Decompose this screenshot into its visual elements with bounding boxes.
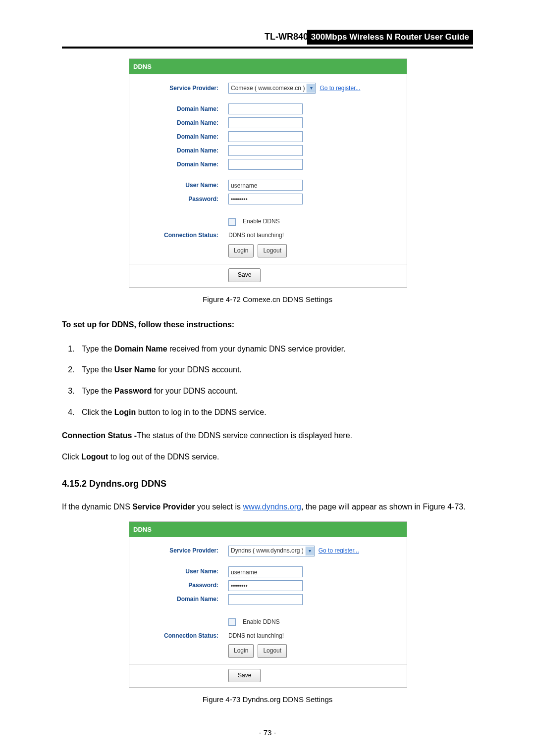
label-domain-4: Domain Name: bbox=[129, 146, 228, 156]
label-username: User Name: bbox=[129, 180, 228, 191]
status-text: DDNS not launching! bbox=[228, 631, 284, 642]
step-2: Type the User Name for your DDNS account… bbox=[77, 363, 473, 377]
domain-input-3[interactable] bbox=[228, 131, 303, 142]
step-3: Type the Password for your DDNS account. bbox=[77, 384, 473, 399]
logout-button[interactable]: Logout bbox=[258, 644, 287, 658]
section-intro: If the dynamic DNS Service Provider you … bbox=[62, 500, 473, 514]
section-heading: 4.15.2 Dyndns.org DDNS bbox=[62, 476, 473, 492]
save-button[interactable]: Save bbox=[228, 669, 261, 683]
label-password: Password: bbox=[129, 580, 228, 591]
username-input[interactable]: username bbox=[228, 566, 303, 577]
instructions-heading: To set up for DDNS, follow these instruc… bbox=[62, 318, 473, 332]
panel-title: DDNS bbox=[129, 522, 407, 537]
username-input[interactable]: username bbox=[228, 180, 303, 191]
login-button[interactable]: Login bbox=[228, 644, 254, 658]
status-text: DDNS not launching! bbox=[228, 230, 284, 241]
label-connection-status: Connection Status: bbox=[129, 631, 228, 642]
enable-ddns-checkbox[interactable] bbox=[228, 618, 236, 626]
dyndns-link[interactable]: www.dyndns.org bbox=[243, 503, 301, 511]
domain-input-4[interactable] bbox=[228, 145, 303, 156]
figure-473: DDNS Service Provider: Dyndns ( www.dynd… bbox=[129, 521, 406, 688]
enable-ddns-label: Enable DDNS bbox=[243, 216, 280, 227]
domain-input-2[interactable] bbox=[228, 117, 303, 128]
instructions-list: Type the Domain Name received from your … bbox=[62, 342, 473, 420]
register-link[interactable]: Go to register... bbox=[320, 83, 360, 94]
label-username: User Name: bbox=[129, 566, 228, 577]
logout-button[interactable]: Logout bbox=[258, 244, 287, 258]
register-link[interactable]: Go to register... bbox=[319, 546, 359, 556]
figure-472-caption: Figure 4-72 Comexe.cn DDNS Settings bbox=[62, 293, 473, 306]
label-connection-status: Connection Status: bbox=[129, 230, 228, 241]
page-number: - 73 - bbox=[62, 726, 473, 739]
doc-header: TL-WR840N 300Mbps Wireless N Router User… bbox=[62, 30, 473, 49]
domain-input-5[interactable] bbox=[228, 159, 303, 170]
label-service-provider: Service Provider: bbox=[129, 546, 228, 556]
password-input[interactable]: •••••••• bbox=[228, 194, 303, 204]
label-domain-5: Domain Name: bbox=[129, 159, 228, 170]
chevron-down-icon: ▾ bbox=[307, 84, 315, 93]
password-input[interactable]: •••••••• bbox=[228, 580, 303, 591]
service-provider-select[interactable]: Dyndns ( www.dyndns.org ) ▾ bbox=[228, 546, 315, 556]
step-4: Click the Login button to log in to the … bbox=[77, 405, 473, 420]
figure-472: DDNS Service Provider: Comexe ( www.come… bbox=[129, 58, 406, 288]
save-button[interactable]: Save bbox=[228, 268, 261, 282]
domain-input-1[interactable] bbox=[228, 103, 303, 114]
enable-ddns-label: Enable DDNS bbox=[243, 617, 280, 628]
domain-input[interactable] bbox=[228, 594, 303, 605]
enable-ddns-checkbox[interactable] bbox=[228, 218, 236, 226]
label-password: Password: bbox=[129, 194, 228, 205]
label-domain-2: Domain Name: bbox=[129, 118, 228, 129]
service-provider-select[interactable]: Comexe ( www.comexe.cn ) ▾ bbox=[228, 83, 316, 94]
logout-note: Click Logout to log out of the DDNS serv… bbox=[62, 450, 473, 464]
ddns-panel-comexe: DDNS Service Provider: Comexe ( www.come… bbox=[129, 58, 407, 288]
ddns-panel-dyndns: DDNS Service Provider: Dyndns ( www.dynd… bbox=[129, 521, 407, 688]
chevron-down-icon: ▾ bbox=[306, 547, 314, 555]
panel-title: DDNS bbox=[129, 59, 407, 74]
step-1: Type the Domain Name received from your … bbox=[77, 342, 473, 356]
label-service-provider: Service Provider: bbox=[129, 83, 228, 94]
login-button[interactable]: Login bbox=[228, 244, 254, 258]
label-domain: Domain Name: bbox=[129, 594, 228, 605]
figure-473-caption: Figure 4-73 Dyndns.org DDNS Settings bbox=[62, 693, 473, 706]
connection-status-note: Connection Status -The status of the DDN… bbox=[62, 429, 473, 443]
label-domain-1: Domain Name: bbox=[129, 104, 228, 115]
label-domain-3: Domain Name: bbox=[129, 132, 228, 143]
doc-title: 300Mbps Wireless N Router User Guide bbox=[307, 30, 473, 45]
